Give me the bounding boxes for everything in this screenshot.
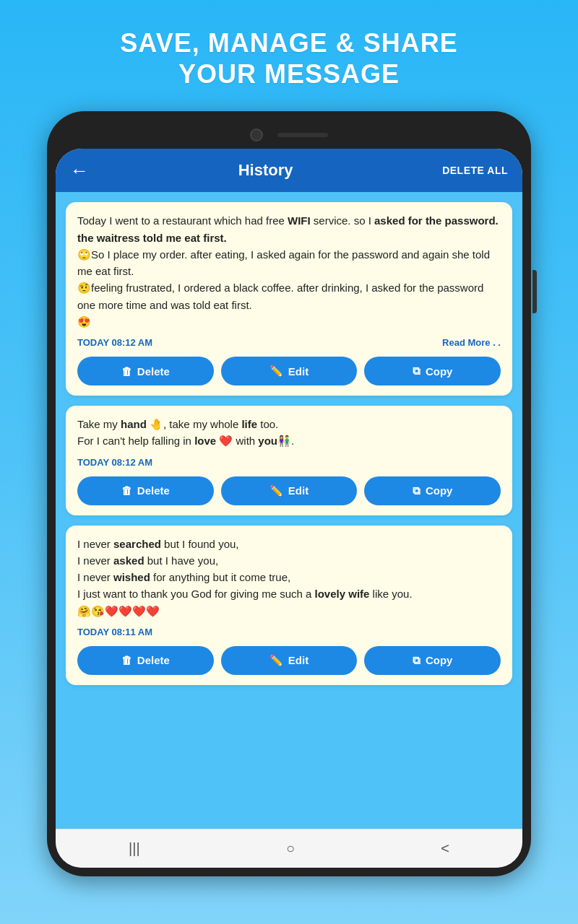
action-buttons-3: 🗑 Delete ✏️ Edit ⧉ Copy bbox=[77, 646, 501, 675]
edit-icon-2: ✏️ bbox=[269, 484, 283, 497]
copy-icon-1: ⧉ bbox=[413, 365, 420, 378]
copy-icon-3: ⧉ bbox=[413, 654, 420, 667]
phone-frame: ← History DELETE ALL Today I went to a r… bbox=[47, 111, 531, 876]
message-card-1: Today I went to a restaurant which had f… bbox=[66, 202, 512, 396]
message-time-2: TODAY 08:12 AM bbox=[77, 457, 152, 468]
read-more-1[interactable]: Read More . . bbox=[442, 337, 501, 348]
message-text-2: Take my hand 🤚, take my whole life too. … bbox=[77, 416, 501, 450]
message-card-3: I never searched but I found you, I neve… bbox=[66, 526, 512, 685]
edit-icon-3: ✏️ bbox=[269, 654, 283, 667]
copy-icon-2: ⧉ bbox=[413, 484, 420, 497]
message-meta-3: TODAY 08:11 AM bbox=[77, 627, 501, 637]
delete-button-3[interactable]: 🗑 Delete bbox=[77, 646, 214, 675]
action-buttons-1: 🗑 Delete ✏️ Edit ⧉ Copy bbox=[77, 357, 501, 385]
trash-icon-2: 🗑 bbox=[121, 484, 132, 497]
copy-button-2[interactable]: ⧉ Copy bbox=[364, 476, 501, 505]
edit-button-2[interactable]: ✏️ Edit bbox=[221, 476, 358, 505]
app-header: ← History DELETE ALL bbox=[56, 149, 522, 192]
trash-icon-1: 🗑 bbox=[121, 365, 132, 378]
message-meta-2: TODAY 08:12 AM bbox=[77, 457, 501, 468]
delete-button-2[interactable]: 🗑 Delete bbox=[77, 476, 214, 505]
back-button[interactable]: ← bbox=[70, 160, 89, 182]
copy-button-3[interactable]: ⧉ Copy bbox=[364, 646, 501, 675]
bottom-nav: ||| ○ < bbox=[56, 829, 522, 868]
trash-icon-3: 🗑 bbox=[121, 654, 132, 666]
notch-area bbox=[56, 124, 522, 146]
page-title: SAVE, MANAGE & SHARE YOUR MESSAGE bbox=[120, 27, 457, 90]
message-text-1: Today I went to a restaurant which had f… bbox=[77, 212, 501, 330]
nav-menu-icon[interactable]: ||| bbox=[129, 840, 140, 857]
message-time-3: TODAY 08:11 AM bbox=[77, 627, 152, 637]
camera bbox=[250, 128, 263, 141]
header-title: History bbox=[238, 161, 293, 180]
speaker bbox=[277, 133, 328, 137]
message-card-2: Take my hand 🤚, take my whole life too. … bbox=[66, 406, 512, 515]
message-text-3: I never searched but I found you, I neve… bbox=[77, 536, 501, 619]
message-time-1: TODAY 08:12 AM bbox=[77, 337, 152, 348]
delete-all-button[interactable]: DELETE ALL bbox=[442, 165, 508, 176]
edit-button-1[interactable]: ✏️ Edit bbox=[221, 357, 358, 385]
phone-screen: ← History DELETE ALL Today I went to a r… bbox=[56, 149, 522, 868]
edit-button-3[interactable]: ✏️ Edit bbox=[221, 646, 358, 675]
action-buttons-2: 🗑 Delete ✏️ Edit ⧉ Copy bbox=[77, 476, 501, 505]
message-meta-1: TODAY 08:12 AM Read More . . bbox=[77, 337, 501, 348]
nav-home-icon[interactable]: ○ bbox=[286, 840, 295, 857]
copy-button-1[interactable]: ⧉ Copy bbox=[364, 357, 501, 385]
edit-icon-1: ✏️ bbox=[269, 365, 283, 378]
content-area: Today I went to a restaurant which had f… bbox=[56, 192, 522, 829]
delete-button-1[interactable]: 🗑 Delete bbox=[77, 357, 214, 385]
side-button bbox=[532, 270, 537, 313]
nav-back-icon[interactable]: < bbox=[441, 840, 449, 857]
